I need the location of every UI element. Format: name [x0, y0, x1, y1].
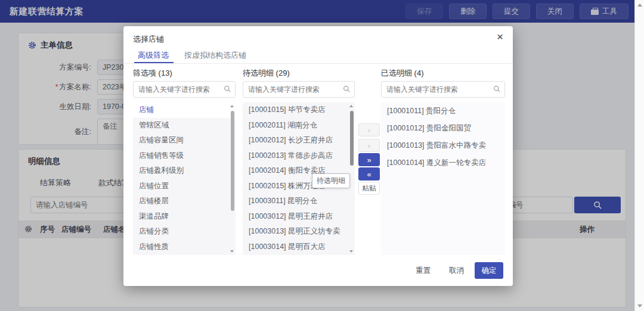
available-list-item[interactable]: [10003014] 昆明百大店: [243, 240, 355, 255]
selected-list-items: [10001011] 贵阳分仓[10001012] 贵阳金阳国贸[1000101…: [381, 102, 505, 172]
tabs-divider: [123, 63, 513, 64]
scroll-up-icon[interactable]: [349, 105, 353, 107]
filter-panel-title: 筛选项 (13): [133, 68, 172, 79]
filter-list-item[interactable]: 店铺销售等级: [133, 148, 236, 164]
dialog-footer: 重置 取消 确定: [123, 262, 513, 280]
filter-list-scrollbar[interactable]: [230, 104, 236, 254]
scroll-down-icon[interactable]: [637, 304, 642, 307]
tab-advanced-filter[interactable]: 高级筛选: [138, 50, 169, 61]
selected-panel-title: 已选明细 (4): [381, 68, 424, 79]
available-list-item[interactable]: [10002011] 湖南分仓: [243, 118, 355, 133]
available-list-item[interactable]: [10003012] 昆明王府井店: [243, 209, 355, 225]
available-list-item[interactable]: [10002013] 常德步步高店: [243, 148, 355, 164]
search-icon: [343, 85, 351, 93]
scroll-up-icon[interactable]: [230, 105, 234, 107]
available-search: [243, 81, 355, 98]
scrollbar-thumb[interactable]: [350, 111, 354, 166]
confirm-button[interactable]: 确定: [475, 262, 503, 279]
filter-list-item[interactable]: 店铺位置: [133, 179, 236, 194]
move-left-button[interactable]: ‹: [358, 139, 380, 152]
reset-button[interactable]: 重置: [416, 262, 431, 279]
selected-list-item[interactable]: [10001014] 遵义新一轮专卖店: [381, 154, 505, 172]
filter-search-input[interactable]: [133, 81, 236, 98]
selected-list: [10001011] 贵阳分仓[10001012] 贵阳金阳国贸[1000101…: [381, 102, 505, 255]
filter-list-item[interactable]: 店铺分类: [133, 224, 236, 240]
search-icon: [224, 85, 231, 93]
filter-list: 店铺管辖区域店铺容量区间店铺销售等级店铺盈利级别店铺位置店铺楼层渠道品牌店铺分类…: [133, 102, 236, 255]
filter-list-item[interactable]: 渠道品牌: [133, 209, 236, 225]
scroll-down-icon[interactable]: [349, 250, 353, 253]
move-right-button[interactable]: ›: [358, 123, 380, 136]
move-all-left-button[interactable]: «: [358, 167, 380, 181]
filter-list-item[interactable]: 店铺楼层: [133, 194, 236, 209]
selected-list-item[interactable]: [10001013] 贵阳富水中路专卖: [381, 137, 505, 154]
available-panel-title: 待选明细 (29): [243, 68, 290, 79]
paste-button[interactable]: 粘贴: [358, 182, 380, 195]
selected-list-item[interactable]: [10001012] 贵阳金阳国贸: [381, 120, 505, 137]
available-list-item[interactable]: [10001015] 毕节专卖店: [243, 102, 355, 118]
transfer-tooltip: 待选明细: [312, 173, 350, 188]
filter-list-item[interactable]: 店铺性质: [133, 240, 236, 255]
selected-search-input[interactable]: [381, 81, 505, 98]
filter-list-item[interactable]: 店铺容量区间: [133, 133, 236, 148]
available-list-item[interactable]: [10003011] 昆明分仓: [243, 194, 355, 209]
select-store-dialog: 选择店铺 × 高级筛选 按虚拟结构选店铺 筛选项 (13) 店铺管辖区域店铺容量…: [123, 26, 513, 286]
move-all-right-button[interactable]: »: [358, 153, 380, 166]
dialog-close-icon[interactable]: ×: [497, 31, 503, 42]
scroll-down-icon[interactable]: [230, 250, 234, 253]
dialog-title: 选择店铺: [133, 34, 164, 45]
available-search-input[interactable]: [243, 81, 355, 98]
search-icon: [493, 85, 501, 93]
available-list-item[interactable]: [10003013] 昆明正义坊专卖: [243, 224, 355, 240]
available-list-item[interactable]: [10002012] 长沙王府井店: [243, 133, 355, 148]
filter-list-item[interactable]: 店铺盈利级别: [133, 163, 236, 179]
scrollbar-thumb[interactable]: [231, 111, 234, 211]
selected-search: [381, 81, 505, 98]
selected-list-item[interactable]: [10001011] 贵阳分仓: [381, 102, 505, 120]
tab-virtual-structure[interactable]: 按虚拟结构选店铺: [184, 50, 246, 61]
filter-list-item[interactable]: 管辖区域: [133, 118, 236, 133]
cancel-button[interactable]: 取消: [449, 262, 464, 279]
filter-list-items: 店铺管辖区域店铺容量区间店铺销售等级店铺盈利级别店铺位置店铺楼层渠道品牌店铺分类…: [133, 102, 236, 254]
filter-list-item[interactable]: 店铺: [133, 102, 236, 118]
filter-search: [133, 81, 236, 98]
page-scrollbar[interactable]: [634, 0, 644, 311]
scroll-up-icon[interactable]: [637, 4, 642, 7]
